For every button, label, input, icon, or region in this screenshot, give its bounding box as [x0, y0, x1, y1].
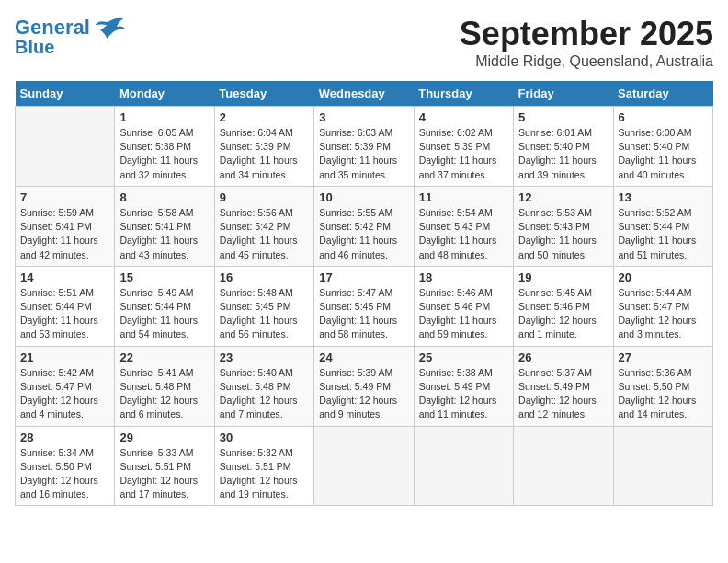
sunrise-text: Sunrise: 5:52 AM: [619, 207, 692, 218]
calendar-cell: [613, 426, 712, 506]
week-row-1: 1Sunrise: 6:05 AMSunset: 5:38 PMDaylight…: [16, 107, 713, 187]
day-info: Sunrise: 5:51 AMSunset: 5:44 PMDaylight:…: [20, 286, 109, 342]
sunset-text: Sunset: 5:49 PM: [319, 381, 391, 392]
calendar-cell: [514, 426, 613, 506]
daylight-text: Daylight: 11 hours and 32 minutes.: [119, 155, 198, 179]
sunset-text: Sunset: 5:45 PM: [220, 301, 291, 312]
sunrise-text: Sunrise: 6:05 AM: [119, 127, 193, 138]
sunset-text: Sunset: 5:50 PM: [619, 381, 690, 392]
daylight-text: Daylight: 11 hours and 51 minutes.: [619, 235, 697, 259]
sunset-text: Sunset: 5:44 PM: [619, 221, 690, 232]
day-number: 17: [319, 270, 408, 284]
sunset-text: Sunset: 5:51 PM: [220, 461, 291, 472]
daylight-text: Daylight: 12 hours and 17 minutes.: [119, 475, 198, 500]
day-number: 2: [220, 110, 309, 124]
logo-general: General: [15, 16, 90, 39]
calendar-cell: 17Sunrise: 5:47 AMSunset: 5:45 PMDayligh…: [314, 266, 414, 346]
sunrise-text: Sunrise: 5:40 AM: [220, 367, 293, 378]
sunset-text: Sunset: 5:43 PM: [518, 221, 590, 232]
day-number: 16: [220, 270, 309, 284]
header-wednesday: Wednesday: [314, 81, 414, 107]
calendar-cell: 5Sunrise: 6:01 AMSunset: 5:40 PMDaylight…: [514, 107, 613, 187]
daylight-text: Daylight: 12 hours and 4 minutes.: [20, 395, 98, 419]
sunrise-text: Sunrise: 6:02 AM: [419, 127, 493, 138]
daylight-text: Daylight: 12 hours and 11 minutes.: [419, 395, 497, 419]
day-info: Sunrise: 5:53 AMSunset: 5:43 PMDaylight:…: [518, 206, 608, 262]
calendar-cell: 28Sunrise: 5:34 AMSunset: 5:50 PMDayligh…: [16, 426, 115, 506]
sunrise-text: Sunrise: 5:46 AM: [419, 287, 493, 298]
logo-blue: Blue: [15, 37, 54, 58]
day-info: Sunrise: 5:59 AMSunset: 5:41 PMDaylight:…: [20, 206, 109, 262]
day-number: 26: [518, 350, 608, 364]
calendar-cell: 12Sunrise: 5:53 AMSunset: 5:43 PMDayligh…: [514, 186, 613, 266]
sunset-text: Sunset: 5:40 PM: [619, 141, 690, 152]
day-info: Sunrise: 5:52 AMSunset: 5:44 PMDaylight:…: [619, 206, 708, 262]
daylight-text: Daylight: 11 hours and 39 minutes.: [518, 155, 597, 179]
sunset-text: Sunset: 5:46 PM: [518, 301, 590, 312]
week-row-3: 14Sunrise: 5:51 AMSunset: 5:44 PMDayligh…: [16, 266, 713, 346]
daylight-text: Daylight: 11 hours and 34 minutes.: [220, 155, 298, 179]
calendar-cell: 30Sunrise: 5:32 AMSunset: 5:51 PMDayligh…: [214, 426, 313, 506]
sunset-text: Sunset: 5:49 PM: [419, 381, 491, 392]
sunrise-text: Sunrise: 6:00 AM: [619, 127, 692, 138]
calendar-cell: 20Sunrise: 5:44 AMSunset: 5:47 PMDayligh…: [613, 266, 712, 346]
daylight-text: Daylight: 12 hours and 9 minutes.: [319, 395, 397, 419]
sunset-text: Sunset: 5:41 PM: [20, 221, 92, 232]
day-number: 21: [20, 350, 109, 364]
day-number: 23: [220, 350, 309, 364]
daylight-text: Daylight: 11 hours and 45 minutes.: [220, 235, 298, 259]
sunrise-text: Sunrise: 5:51 AM: [20, 287, 94, 298]
calendar-cell: [16, 107, 115, 187]
calendar-cell: [314, 426, 414, 506]
day-info: Sunrise: 6:00 AMSunset: 5:40 PMDaylight:…: [619, 126, 708, 182]
calendar-cell: 24Sunrise: 5:39 AMSunset: 5:49 PMDayligh…: [314, 346, 414, 426]
day-info: Sunrise: 5:39 AMSunset: 5:49 PMDaylight:…: [319, 366, 408, 422]
sunrise-text: Sunrise: 5:34 AM: [20, 447, 94, 458]
day-info: Sunrise: 5:32 AMSunset: 5:51 PMDaylight:…: [220, 446, 309, 502]
day-number: 12: [518, 190, 608, 204]
day-info: Sunrise: 5:33 AMSunset: 5:51 PMDaylight:…: [119, 446, 209, 502]
sunrise-text: Sunrise: 5:55 AM: [319, 207, 392, 218]
calendar-cell: 27Sunrise: 5:36 AMSunset: 5:50 PMDayligh…: [613, 346, 712, 426]
day-info: Sunrise: 5:41 AMSunset: 5:48 PMDaylight:…: [119, 366, 209, 422]
daylight-text: Daylight: 11 hours and 54 minutes.: [119, 315, 198, 339]
day-info: Sunrise: 5:34 AMSunset: 5:50 PMDaylight:…: [20, 446, 109, 502]
day-number: 15: [119, 270, 209, 284]
sunrise-text: Sunrise: 5:41 AM: [119, 367, 193, 378]
sunrise-text: Sunrise: 5:49 AM: [119, 287, 193, 298]
sunset-text: Sunset: 5:46 PM: [419, 301, 491, 312]
calendar-cell: 22Sunrise: 5:41 AMSunset: 5:48 PMDayligh…: [115, 346, 214, 426]
sunrise-text: Sunrise: 6:03 AM: [319, 127, 392, 138]
day-number: 10: [319, 190, 408, 204]
header-tuesday: Tuesday: [214, 81, 313, 107]
day-info: Sunrise: 5:45 AMSunset: 5:46 PMDaylight:…: [518, 286, 608, 342]
day-info: Sunrise: 6:03 AMSunset: 5:39 PMDaylight:…: [319, 126, 408, 182]
header-monday: Monday: [115, 81, 214, 107]
logo: General Blue: [15, 15, 125, 58]
daylight-text: Daylight: 12 hours and 1 minute.: [518, 315, 597, 339]
sunset-text: Sunset: 5:48 PM: [119, 381, 191, 392]
sunset-text: Sunset: 5:43 PM: [419, 221, 491, 232]
day-number: 22: [119, 350, 209, 364]
day-number: 18: [419, 270, 508, 284]
day-number: 9: [220, 190, 309, 204]
calendar-cell: 7Sunrise: 5:59 AMSunset: 5:41 PMDaylight…: [16, 186, 115, 266]
day-number: 14: [20, 270, 109, 284]
sunset-text: Sunset: 5:47 PM: [619, 301, 690, 312]
sunrise-text: Sunrise: 6:04 AM: [220, 127, 293, 138]
daylight-text: Daylight: 12 hours and 7 minutes.: [220, 395, 298, 419]
sunrise-text: Sunrise: 5:38 AM: [419, 367, 493, 378]
day-number: 13: [619, 190, 708, 204]
calendar-cell: 2Sunrise: 6:04 AMSunset: 5:39 PMDaylight…: [214, 107, 313, 187]
calendar-cell: 6Sunrise: 6:00 AMSunset: 5:40 PMDaylight…: [613, 107, 712, 187]
sunset-text: Sunset: 5:49 PM: [518, 381, 590, 392]
sunrise-text: Sunrise: 5:42 AM: [20, 367, 94, 378]
calendar-cell: 13Sunrise: 5:52 AMSunset: 5:44 PMDayligh…: [613, 186, 712, 266]
sunrise-text: Sunrise: 5:48 AM: [220, 287, 293, 298]
daylight-text: Daylight: 11 hours and 37 minutes.: [419, 155, 497, 179]
day-number: 30: [220, 431, 309, 444]
sunrise-text: Sunrise: 5:39 AM: [319, 367, 392, 378]
calendar-cell: 18Sunrise: 5:46 AMSunset: 5:46 PMDayligh…: [414, 266, 513, 346]
calendar-subtitle: Middle Ridge, Queensland, Australia: [460, 53, 713, 70]
daylight-text: Daylight: 12 hours and 19 minutes.: [220, 475, 298, 500]
